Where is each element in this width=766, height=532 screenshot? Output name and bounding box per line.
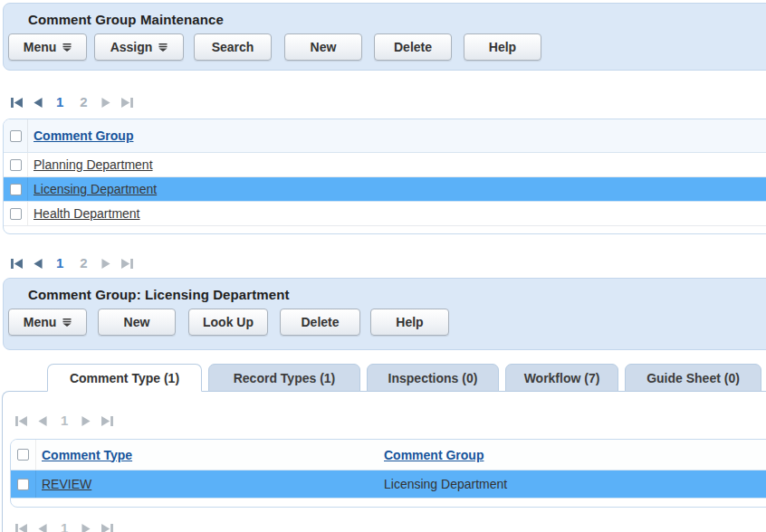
new-button[interactable]: New xyxy=(98,309,176,336)
header-checkbox-cell xyxy=(4,119,28,152)
detail-panel-title: Comment Group: Licensing Department xyxy=(4,279,766,302)
group-link[interactable]: Licensing Department xyxy=(28,182,157,196)
new-button-label: New xyxy=(124,315,150,329)
tab-inspections[interactable]: Inspections (0) xyxy=(367,364,499,392)
last-page-icon[interactable] xyxy=(121,98,133,108)
group-link[interactable]: Planning Department xyxy=(28,157,153,172)
help-button-label: Help xyxy=(396,315,423,329)
row-checkbox[interactable] xyxy=(10,208,22,220)
comment-groups-table: Comment Group Planning Department Licens… xyxy=(3,119,766,234)
comment-groups-header-row: Comment Group xyxy=(4,119,766,153)
next-page-icon[interactable] xyxy=(101,259,110,269)
select-all-checkbox[interactable] xyxy=(17,449,29,461)
look-up-button[interactable]: Look Up xyxy=(188,309,268,336)
table-row-health-department[interactable]: Health Department xyxy=(4,202,766,226)
comment-type-pagination-bottom: 1 xyxy=(15,519,766,532)
row-checkbox-cell xyxy=(11,470,36,498)
menu-button-label: Menu xyxy=(24,315,57,329)
tab-label: Comment Type (1) xyxy=(70,371,179,385)
detail-panel: Comment Group: Licensing Department Menu… xyxy=(3,278,766,350)
table-row-licensing-department[interactable]: Licensing Department xyxy=(4,177,766,202)
new-button-label: New xyxy=(311,40,337,54)
help-button[interactable]: Help xyxy=(464,33,541,61)
row-checkbox-cell xyxy=(4,153,28,176)
search-button-label: Search xyxy=(212,40,254,54)
page-number-current: 1 xyxy=(58,412,71,430)
page-number-2[interactable]: 2 xyxy=(77,93,90,111)
maintenance-panel: Comment Group Maintenance Menu Assign Se… xyxy=(3,3,766,71)
previous-page-icon xyxy=(38,416,47,426)
page-number-current: 1 xyxy=(58,519,71,532)
menu-caret-icon xyxy=(158,43,168,52)
menu-button[interactable]: Menu xyxy=(8,33,87,61)
assign-button[interactable]: Assign xyxy=(94,33,184,61)
assign-button-label: Assign xyxy=(110,40,153,54)
menu-caret-icon xyxy=(62,318,72,327)
next-page-icon xyxy=(81,524,91,532)
tab-content-comment-type: 1 Comment Type Comment Group REVIEW Lice… xyxy=(2,391,766,532)
maintenance-panel-title: Comment Group Maintenance xyxy=(4,4,766,27)
comment-group-value: Licensing Department xyxy=(384,477,507,491)
delete-button-label: Delete xyxy=(301,315,339,329)
comment-group-column-header[interactable]: Comment Group xyxy=(384,448,484,462)
row-checkbox-cell xyxy=(4,202,28,225)
table-bottom-padding xyxy=(4,226,766,233)
first-page-icon[interactable] xyxy=(11,98,23,108)
help-button[interactable]: Help xyxy=(370,309,449,336)
row-checkbox[interactable] xyxy=(10,159,22,171)
detail-tabs: Comment Type (1) Record Types (1) Inspec… xyxy=(47,364,766,392)
row-checkbox-cell xyxy=(4,177,28,201)
groups-pagination-bottom: 1 2 xyxy=(11,254,766,272)
comment-type-column-header[interactable]: Comment Type xyxy=(36,448,384,462)
next-page-icon[interactable] xyxy=(101,98,110,108)
table-row-planning-department[interactable]: Planning Department xyxy=(4,153,766,177)
previous-page-icon xyxy=(38,524,47,532)
row-checkbox[interactable] xyxy=(10,184,22,195)
previous-page-icon[interactable] xyxy=(34,259,43,269)
look-up-button-label: Look Up xyxy=(203,315,254,329)
table-row-review[interactable]: REVIEW Licensing Department xyxy=(11,470,766,499)
comment-group-column-header[interactable]: Comment Group xyxy=(28,128,133,143)
menu-button[interactable]: Menu xyxy=(8,309,87,336)
comment-type-header-row: Comment Type Comment Group xyxy=(11,440,766,470)
menu-caret-icon xyxy=(62,43,72,52)
tab-label: Record Types (1) xyxy=(234,371,336,385)
new-button[interactable]: New xyxy=(284,33,362,61)
last-page-icon xyxy=(101,524,113,532)
group-link[interactable]: Health Department xyxy=(28,206,140,221)
groups-pagination-top: 1 2 xyxy=(11,93,766,111)
tab-label: Guide Sheet (0) xyxy=(646,371,740,385)
tab-guide-sheet[interactable]: Guide Sheet (0) xyxy=(625,364,761,392)
page-number-current[interactable]: 1 xyxy=(53,254,66,272)
previous-page-icon[interactable] xyxy=(34,98,43,108)
tab-record-types[interactable]: Record Types (1) xyxy=(208,364,360,392)
first-page-icon xyxy=(15,416,27,426)
comment-type-link[interactable]: REVIEW xyxy=(36,477,384,491)
first-page-icon xyxy=(15,524,27,532)
last-page-icon xyxy=(101,416,113,426)
search-button[interactable]: Search xyxy=(194,33,272,61)
tab-comment-type[interactable]: Comment Type (1) xyxy=(47,364,202,392)
comment-type-pagination-top: 1 xyxy=(15,412,766,430)
delete-button-label: Delete xyxy=(394,40,432,54)
first-page-icon[interactable] xyxy=(11,259,23,269)
menu-button-label: Menu xyxy=(24,40,57,54)
table-bottom-padding xyxy=(11,499,766,507)
tab-workflow[interactable]: Workflow (7) xyxy=(505,364,618,392)
delete-button[interactable]: Delete xyxy=(374,33,452,61)
header-checkbox-cell xyxy=(11,440,36,470)
maintenance-toolbar: Menu Assign Search New Delete Help xyxy=(8,33,766,69)
row-checkbox[interactable] xyxy=(17,479,29,490)
detail-toolbar: Menu New Look Up Delete Help xyxy=(8,309,766,344)
tab-label: Inspections (0) xyxy=(388,371,478,385)
last-page-icon[interactable] xyxy=(121,259,133,269)
page-number-current[interactable]: 1 xyxy=(53,93,66,111)
delete-button[interactable]: Delete xyxy=(280,309,360,336)
help-button-label: Help xyxy=(489,40,516,54)
tab-label: Workflow (7) xyxy=(524,371,600,385)
comment-type-table: Comment Type Comment Group REVIEW Licens… xyxy=(10,439,766,508)
next-page-icon xyxy=(81,416,91,426)
select-all-checkbox[interactable] xyxy=(10,130,22,142)
page-number-2[interactable]: 2 xyxy=(77,254,90,272)
